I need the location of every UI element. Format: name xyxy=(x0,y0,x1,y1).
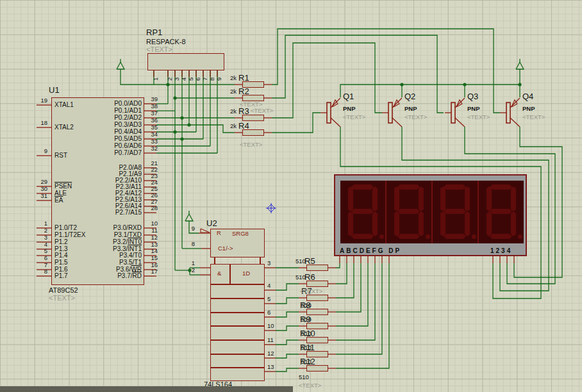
u1-pin-number: 39 xyxy=(145,96,158,102)
rp1-body[interactable] xyxy=(147,53,224,70)
pin-name-text: P3.5/T1 xyxy=(119,259,142,266)
pin-name-text: P1.7 xyxy=(54,272,68,279)
u1-pin-name: ALE xyxy=(54,190,67,197)
wire[interactable] xyxy=(336,263,375,340)
u1-pin-number: 17 xyxy=(145,268,158,275)
vcc-power-arrow[interactable] xyxy=(516,62,524,69)
transistor-base-bar-q1[interactable] xyxy=(327,102,331,123)
transistor-collector[interactable] xyxy=(392,118,402,127)
wire[interactable] xyxy=(276,298,299,304)
rp1-refdes: RP1 xyxy=(146,28,162,37)
junction-dot xyxy=(463,83,466,86)
u2-cell-line xyxy=(210,354,265,355)
u1-pin-name: EA xyxy=(54,197,63,204)
seg-a-icon xyxy=(351,184,374,190)
transistor-refdes: Q3 xyxy=(467,92,478,101)
wire[interactable] xyxy=(276,312,299,317)
display-digit-4 xyxy=(479,181,524,243)
u1-pin-number: 5 xyxy=(26,248,47,254)
junction-dot xyxy=(166,83,169,86)
transistor-text-property: <TEXT> xyxy=(404,114,427,120)
pin-name-text: P3.7/ xyxy=(117,272,132,279)
resistor-refdes: R11 xyxy=(300,343,315,352)
wire[interactable] xyxy=(336,263,354,298)
u2-register-body[interactable] xyxy=(210,264,265,381)
junction-dot xyxy=(180,116,183,119)
seg-g-icon xyxy=(397,209,420,214)
wire[interactable] xyxy=(340,85,520,97)
pin-name-text: P3.2/ xyxy=(113,238,128,245)
resistor-value: 510 xyxy=(299,374,309,380)
u1-pin-number: 9 xyxy=(26,148,47,154)
transistor-collector[interactable] xyxy=(455,118,465,127)
rp1-pin-number: 9 xyxy=(216,78,222,81)
transistor-base-bar-q4[interactable] xyxy=(506,102,510,123)
transistor-refdes: Q4 xyxy=(522,92,533,101)
u2-pin-number: 3 xyxy=(267,260,270,266)
seg-b-icon xyxy=(511,186,516,211)
wire[interactable] xyxy=(276,368,299,372)
seg-b-icon xyxy=(419,186,424,211)
u1-pin-name: RST xyxy=(54,152,67,159)
u2-pin-number: 9 xyxy=(187,225,195,232)
transistor-collector[interactable] xyxy=(510,118,520,127)
u1-pin-name: P0.1/AD1 xyxy=(78,108,142,114)
u1-pin-number: 28 xyxy=(145,205,158,211)
wire[interactable] xyxy=(272,35,444,113)
u1-pin-number: 11 xyxy=(145,227,158,234)
resistor-refdes: R9 xyxy=(300,315,311,323)
resistor-refdes: R3 xyxy=(238,107,249,115)
u1-pin-name: P1.0/T2 xyxy=(54,225,77,231)
seg-d-icon xyxy=(444,234,466,239)
u2-reset-label: R xyxy=(217,230,221,236)
junction-dot xyxy=(173,130,176,133)
u1-pin-name: P3.4/T0 xyxy=(78,252,142,259)
wire[interactable] xyxy=(336,263,347,284)
wire[interactable] xyxy=(276,340,299,345)
transistor-base-bar-q2[interactable] xyxy=(388,102,392,123)
resistor-value: 2k xyxy=(230,123,237,129)
u1-pin-name: P0.4/AD4 xyxy=(78,129,142,135)
transistor-base-bar-q3[interactable] xyxy=(451,102,455,123)
pin-name-text: P3.4/T0 xyxy=(119,252,142,259)
resistor-value: 2k xyxy=(230,88,237,95)
wire[interactable] xyxy=(276,326,299,331)
seg-dp-icon xyxy=(518,234,522,239)
pin-name-text: P3.0/RXD xyxy=(113,224,142,231)
transistor-text-property: <TEXT> xyxy=(522,114,545,120)
schematic-canvas: U1AT89C52<TEXT>19XTAL118XTAL29RST29PSEN3… xyxy=(0,0,582,392)
u1-pin-name: P1.5 xyxy=(54,259,68,266)
seven-segment-display[interactable]: ABCDEFG DP1234 xyxy=(334,174,527,256)
wire[interactable] xyxy=(272,29,500,113)
rp1-pin-number: 7 xyxy=(202,78,208,81)
u1-pin-number: 10 xyxy=(145,220,158,227)
pin-name-overline: INT0 xyxy=(128,238,142,245)
transistor-collector[interactable] xyxy=(331,118,340,127)
transistor-text-property: <TEXT> xyxy=(343,114,365,120)
u2-pin-number: 2 xyxy=(187,267,195,274)
rp1-pin-number: 8 xyxy=(209,78,215,81)
wire[interactable] xyxy=(276,284,299,290)
u2-invert-wedge[interactable] xyxy=(201,229,210,233)
wire[interactable] xyxy=(276,354,299,358)
resistor-refdes: R12 xyxy=(300,357,315,366)
seg-b-icon xyxy=(465,186,470,211)
wire[interactable] xyxy=(336,263,389,368)
seg-f-icon xyxy=(486,186,492,211)
wire[interactable] xyxy=(336,263,361,312)
vcc-power-arrow[interactable] xyxy=(185,214,193,221)
rp1-pin-number: 4 xyxy=(181,78,187,81)
seg-d-icon xyxy=(397,234,420,239)
vcc-power-arrow[interactable] xyxy=(117,62,124,69)
rp1-device: RESPACK-8 xyxy=(146,38,186,45)
seg-dp-icon xyxy=(472,234,476,239)
wire[interactable] xyxy=(336,263,368,326)
wire[interactable] xyxy=(272,113,320,133)
display-panel xyxy=(340,181,524,243)
u2-cell-line xyxy=(210,367,265,368)
rp1-pin-number: 5 xyxy=(188,78,194,81)
u1-pin-name: P0.6/AD6 xyxy=(78,143,142,149)
wire[interactable] xyxy=(336,263,340,268)
pin-name-text: P1.4 xyxy=(54,252,68,259)
u1-text-property: <TEXT> xyxy=(49,295,75,302)
